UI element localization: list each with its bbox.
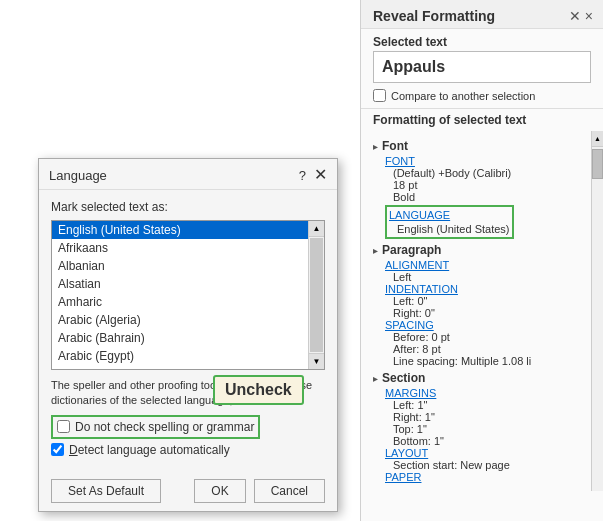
paper-link[interactable]: PAPER: [385, 471, 591, 483]
paragraph-group: ▸ Paragraph ALIGNMENT Left INDENTATION L…: [373, 243, 591, 367]
spacing-value-2: After: 8 pt: [393, 343, 591, 355]
margins-value-3: Top: 1": [393, 423, 591, 435]
font-arrow-icon: ▸: [373, 141, 378, 152]
reveal-title: Reveal Formatting: [373, 8, 495, 24]
ok-cancel-buttons: OK Cancel: [194, 479, 325, 503]
detect-underline: D: [69, 443, 78, 457]
dialog-titlebar: Language ? ✕: [39, 159, 337, 190]
lang-item-arabic-algeria[interactable]: Arabic (Algeria): [52, 311, 324, 329]
reveal-selected-label: Selected text: [361, 29, 603, 51]
paragraph-section-title: Paragraph: [382, 243, 441, 257]
ok-button[interactable]: OK: [194, 479, 245, 503]
lang-item-albanian[interactable]: Albanian: [52, 257, 324, 275]
font-link[interactable]: FONT: [385, 155, 591, 167]
compare-row: Compare to another selection: [361, 83, 603, 108]
dialog-footer: Set As Default OK Cancel: [39, 471, 337, 511]
scroll-up-arrow[interactable]: ▲: [309, 221, 324, 237]
scroll-thumb[interactable]: [310, 238, 323, 352]
language-highlight-box: LANGUAGE English (United States): [385, 205, 514, 239]
cancel-button[interactable]: Cancel: [254, 479, 325, 503]
font-value-3: Bold: [393, 191, 591, 203]
language-value: English (United States): [397, 223, 510, 235]
indentation-value-2: Right: 0": [393, 307, 591, 319]
font-section-title: Font: [382, 139, 408, 153]
indentation-link[interactable]: INDENTATION: [385, 283, 591, 295]
language-dialog: Language ? ✕ Mark selected text as: Engl…: [38, 158, 338, 512]
reveal-header: Reveal Formatting ✕ ×: [361, 0, 603, 29]
close-icon[interactable]: ✕: [314, 167, 327, 183]
set-as-default-button[interactable]: Set As Default: [51, 479, 161, 503]
reveal-panel: Reveal Formatting ✕ × Selected text Appa…: [360, 0, 603, 521]
spacing-value-3: Line spacing: Multiple 1.08 li: [393, 355, 591, 367]
font-section-header: ▸ Font: [373, 139, 591, 153]
layout-link[interactable]: LAYOUT: [385, 447, 591, 459]
font-value-1: (Default) +Body (Calibri): [393, 167, 591, 179]
language-listbox[interactable]: English (United States) Afrikaans Albani…: [51, 220, 325, 370]
alignment-value: Left: [393, 271, 591, 283]
section-arrow-icon: ▸: [373, 373, 378, 384]
section-section-header: ▸ Section: [373, 371, 591, 385]
lang-item-arabic-bahrain[interactable]: Arabic (Bahrain): [52, 329, 324, 347]
reveal-selected-text: Appauls: [373, 51, 591, 83]
detect-language-rest: etect language automatically: [78, 443, 230, 457]
margins-value-2: Right: 1": [393, 411, 591, 423]
formatting-of-selected-label: Formatting of selected text: [361, 108, 603, 131]
reveal-close-icon[interactable]: ✕ ×: [569, 8, 593, 24]
mark-label: Mark selected text as:: [51, 200, 325, 214]
alignment-link[interactable]: ALIGNMENT: [385, 259, 591, 271]
margins-value-4: Bottom: 1": [393, 435, 591, 447]
formatting-content: ▸ Font FONT (Default) +Body (Calibri) 18…: [361, 131, 603, 491]
detect-language-label: Detect language automatically: [69, 443, 230, 457]
spacing-value-1: Before: 0 pt: [393, 331, 591, 343]
spelling-checkbox-label: Do not check spelling or grammar: [75, 420, 254, 434]
compare-checkbox[interactable]: [373, 89, 386, 102]
formatting-content-wrapper: ▸ Font FONT (Default) +Body (Calibri) 18…: [361, 131, 603, 491]
detect-language-checkbox[interactable]: [51, 443, 64, 456]
dialog-body: Mark selected text as: English (United S…: [39, 190, 337, 471]
font-value-2: 18 pt: [393, 179, 591, 191]
spelling-checkbox[interactable]: [57, 420, 70, 433]
lang-item-english-us[interactable]: English (United States): [52, 221, 324, 239]
language-list: English (United States) Afrikaans Albani…: [52, 221, 324, 365]
section-title: Section: [382, 371, 425, 385]
paragraph-arrow-icon: ▸: [373, 245, 378, 256]
language-link[interactable]: LANGUAGE: [389, 209, 450, 221]
margins-value-1: Left: 1": [393, 399, 591, 411]
layout-value-1: Section start: New page: [393, 459, 591, 471]
reveal-scroll-up[interactable]: ▲: [592, 131, 603, 147]
listbox-scrollbar[interactable]: ▲ ▼: [308, 221, 324, 369]
paragraph-section-header: ▸ Paragraph: [373, 243, 591, 257]
lang-item-alsatian[interactable]: Alsatian: [52, 275, 324, 293]
reveal-scrollbar[interactable]: ▲: [591, 131, 603, 491]
scroll-down-arrow[interactable]: ▼: [309, 353, 324, 369]
compare-label: Compare to another selection: [391, 90, 535, 102]
dialog-controls: ? ✕: [299, 167, 327, 183]
margins-link[interactable]: MARGINS: [385, 387, 591, 399]
detect-language-row: Detect language automatically: [51, 443, 325, 457]
uncheck-label: Uncheck: [213, 375, 304, 405]
lang-item-arabic-egypt[interactable]: Arabic (Egypt): [52, 347, 324, 365]
lang-item-afrikaans[interactable]: Afrikaans: [52, 239, 324, 257]
dialog-title: Language: [49, 168, 107, 183]
listbox-container: English (United States) Afrikaans Albani…: [51, 220, 325, 370]
spacing-link[interactable]: SPACING: [385, 319, 591, 331]
indentation-value-1: Left: 0": [393, 295, 591, 307]
spelling-checkbox-highlight: Do not check spelling or grammar: [51, 415, 260, 439]
help-icon[interactable]: ?: [299, 168, 306, 183]
font-group: ▸ Font FONT (Default) +Body (Calibri) 18…: [373, 139, 591, 239]
lang-item-amharic[interactable]: Amharic: [52, 293, 324, 311]
section-group: ▸ Section MARGINS Left: 1" Right: 1" Top…: [373, 371, 591, 483]
reveal-scroll-thumb[interactable]: [592, 149, 603, 179]
